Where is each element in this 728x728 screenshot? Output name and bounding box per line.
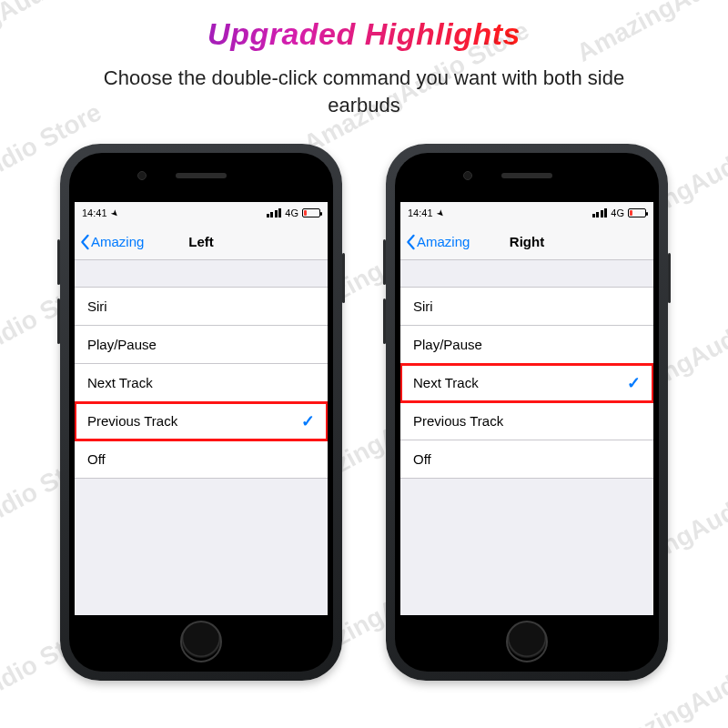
home-button[interactable] [506, 621, 548, 662]
option-cell[interactable]: Next Track [75, 364, 328, 402]
options-list: SiriPlay/PauseNext TrackPrevious Track✓O… [75, 288, 328, 479]
nav-bar: Amazing Right [400, 224, 653, 260]
option-cell[interactable]: Off [75, 440, 328, 479]
status-time: 14:41 [408, 207, 433, 218]
front-camera [137, 171, 147, 180]
section-spacer [75, 260, 328, 288]
option-label: Next Track [87, 375, 153, 390]
headline: Upgraded Highlights [0, 16, 728, 52]
nav-bar: Amazing Left [75, 224, 328, 260]
screen: 14:41 ➤ 4G Amazing Left [75, 202, 328, 615]
battery-icon [302, 208, 320, 217]
back-label: Amazing [417, 234, 470, 249]
network-label: 4G [285, 207, 298, 218]
back-button[interactable]: Amazing [75, 234, 144, 250]
option-cell[interactable]: Play/Pause [75, 326, 328, 364]
screen: 14:41 ➤ 4G Amazing Right [400, 202, 653, 615]
option-label: Previous Track [413, 413, 503, 429]
battery-icon [628, 208, 646, 217]
location-icon: ➤ [108, 207, 120, 219]
options-list: SiriPlay/PauseNext Track✓Previous TrackO… [400, 288, 653, 479]
location-icon: ➤ [434, 207, 446, 219]
home-button[interactable] [180, 621, 222, 662]
option-label: Previous Track [87, 413, 177, 429]
status-bar: 14:41 ➤ 4G [400, 202, 653, 224]
option-label: Siri [413, 298, 433, 314]
option-cell[interactable]: Previous Track [400, 402, 653, 440]
chevron-left-icon [404, 234, 417, 250]
option-label: Next Track [413, 375, 479, 390]
chevron-left-icon [78, 234, 91, 250]
front-camera [463, 171, 472, 180]
earpiece [176, 173, 227, 178]
signal-icon [267, 208, 282, 217]
option-label: Play/Pause [87, 337, 157, 352]
option-cell[interactable]: Siri [400, 288, 653, 326]
option-label: Siri [87, 298, 107, 314]
option-cell[interactable]: Previous Track✓ [75, 402, 328, 440]
option-cell[interactable]: Siri [75, 288, 328, 326]
option-label: Off [87, 451, 106, 467]
back-label: Amazing [91, 234, 144, 249]
option-cell[interactable]: Play/Pause [400, 326, 653, 364]
checkmark-icon: ✓ [627, 373, 641, 393]
subhead: Choose the double-click command you want… [73, 65, 655, 118]
option-cell[interactable]: Off [400, 440, 653, 479]
phone-mockup: 14:41 ➤ 4G Amazing Left [60, 144, 342, 681]
network-label: 4G [611, 207, 624, 218]
section-spacer [400, 260, 653, 288]
earpiece [501, 173, 552, 178]
status-bar: 14:41 ➤ 4G [75, 202, 328, 224]
back-button[interactable]: Amazing [400, 234, 470, 250]
option-cell[interactable]: Next Track✓ [400, 364, 653, 402]
option-label: Off [413, 451, 431, 467]
checkmark-icon: ✓ [301, 411, 315, 431]
status-time: 14:41 [82, 207, 107, 218]
signal-icon [592, 208, 608, 217]
option-label: Play/Pause [413, 337, 482, 352]
phone-mockup: 14:41 ➤ 4G Amazing Right [386, 144, 668, 681]
